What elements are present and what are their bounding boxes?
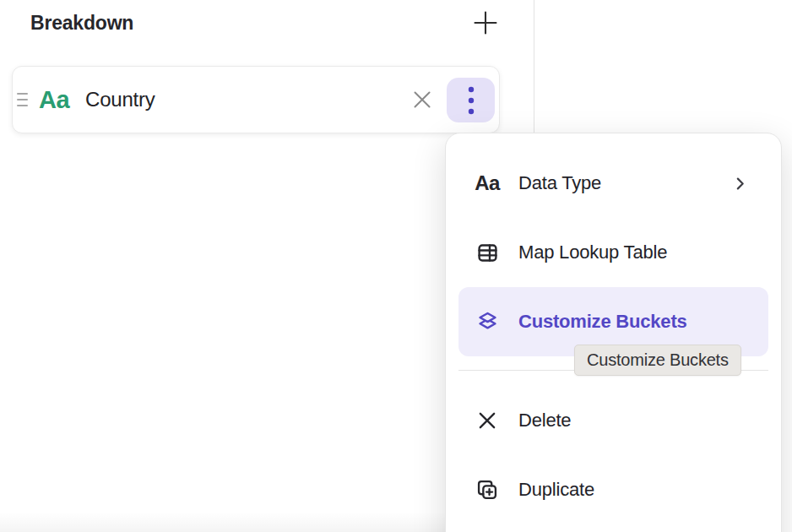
panel-header: Breakdown xyxy=(30,5,500,41)
plus-icon xyxy=(473,10,498,35)
tooltip: Customize Buckets xyxy=(574,345,741,376)
table-icon xyxy=(474,242,501,264)
menu-item-label: Customize Buckets xyxy=(518,311,687,333)
menu-item-duplicate[interactable]: Duplicate xyxy=(458,455,768,524)
stack-icon xyxy=(474,310,501,334)
remove-field-button[interactable] xyxy=(410,67,435,133)
menu-item-map-lookup-table[interactable]: Map Lookup Table xyxy=(458,218,768,287)
field-label: Country xyxy=(85,67,155,133)
menu-item-label: Map Lookup Table xyxy=(518,242,667,263)
context-menu: Aa Data Type Map Lookup Table xyxy=(445,133,782,532)
breakdown-panel: Breakdown Aa Country xyxy=(0,0,792,532)
breakdown-field-card[interactable]: Aa Country xyxy=(12,66,500,133)
bottom-fade xyxy=(0,512,446,532)
close-icon xyxy=(410,88,434,111)
close-icon xyxy=(474,410,501,432)
field-options-button[interactable] xyxy=(447,78,495,122)
menu-item-data-type[interactable]: Aa Data Type xyxy=(458,149,768,218)
text-type-icon: Aa xyxy=(39,67,69,133)
chevron-right-icon xyxy=(733,176,747,191)
text-format-icon: Aa xyxy=(474,171,501,195)
kebab-menu-icon xyxy=(466,84,476,117)
drag-handle-icon[interactable] xyxy=(17,67,28,133)
add-breakdown-button[interactable] xyxy=(471,8,500,37)
copy-plus-icon xyxy=(474,478,501,502)
menu-item-label: Duplicate xyxy=(518,479,594,501)
menu-item-label: Data Type xyxy=(518,172,601,194)
menu-item-label: Delete xyxy=(518,410,571,432)
menu-item-delete[interactable]: Delete xyxy=(458,386,768,455)
panel-title: Breakdown xyxy=(30,12,133,35)
